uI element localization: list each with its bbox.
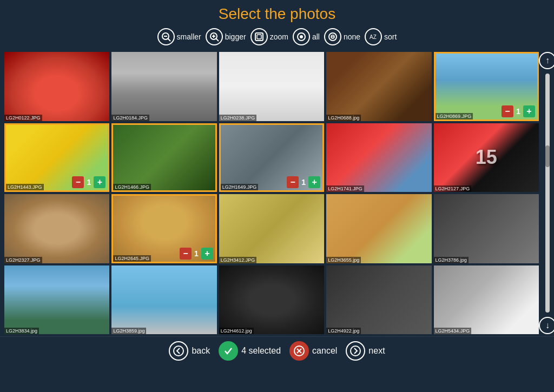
qty-num-LG2H0869: 1 xyxy=(515,107,522,116)
qty-controls-LG2H1443: − 1 + xyxy=(72,176,105,188)
photo-label: LG2H2327.JPG xyxy=(4,257,42,263)
svg-text:AZ: AZ xyxy=(370,34,377,40)
main-area: LG2H0122.JPG LG2H0184.JPG LG2H0238.JPG L… xyxy=(0,50,554,336)
photo-LG2H1443[interactable]: LG2H1443.JPG − 1 + xyxy=(4,123,109,192)
smaller-button[interactable]: smaller xyxy=(157,28,201,45)
svg-rect-7 xyxy=(255,33,263,41)
photo-label: LG2H3786.jpg xyxy=(434,257,469,263)
next-icon xyxy=(346,341,365,361)
scroll-down-icon: ↓ xyxy=(545,321,550,330)
scroll-up-icon: ↑ xyxy=(545,56,550,65)
zoom-label: zoom xyxy=(270,32,288,41)
bigger-button[interactable]: bigger xyxy=(206,28,246,45)
zoom-button[interactable]: zoom xyxy=(250,28,288,45)
photo-label: LG2H4922.jpg xyxy=(326,328,361,334)
next-label: next xyxy=(368,346,385,356)
scroll-up-button[interactable]: ↑ xyxy=(539,52,554,69)
photo-LG2H2645[interactable]: LG2H2645.JPG − 1 + xyxy=(111,194,216,263)
photo-label: LG2H3412.JPG xyxy=(219,257,257,263)
photo-LG2H4922[interactable]: LG2H4922.jpg xyxy=(326,265,431,335)
photo-LG2H1741[interactable]: LG2H1741.JPG xyxy=(326,123,431,192)
photo-label: LG2H0238.JPG xyxy=(219,115,257,121)
qty-plus-LG2H1443[interactable]: + xyxy=(94,176,105,188)
footer: back 4 selected cancel next xyxy=(0,336,554,364)
photo-LG2H0238[interactable]: LG2H0238.JPG xyxy=(219,52,324,121)
sort-label: sort xyxy=(384,32,397,41)
photo-label: LG2H3655.jpg xyxy=(326,257,361,263)
selected-label: 4 selected xyxy=(241,346,281,356)
qty-minus-LG2H1443[interactable]: − xyxy=(72,176,84,188)
sort-button[interactable]: AZ sort xyxy=(365,28,397,45)
cancel-button[interactable]: cancel xyxy=(289,341,337,361)
svg-point-19 xyxy=(351,346,360,356)
bigger-icon xyxy=(206,28,223,45)
smaller-icon xyxy=(157,28,175,45)
all-icon xyxy=(293,28,310,45)
photo-LG2H5434[interactable]: LG2H5434.JPG xyxy=(434,265,539,335)
back-button[interactable]: back xyxy=(169,341,210,361)
svg-line-1 xyxy=(168,38,170,41)
none-icon xyxy=(324,28,341,45)
none-button[interactable]: none xyxy=(324,28,360,45)
photo-LG2H0184[interactable]: LG2H0184.JPG xyxy=(111,52,216,121)
photo-label: LG2H0869.JPG xyxy=(436,113,473,119)
sort-icon: AZ xyxy=(365,28,382,45)
scroll-track[interactable] xyxy=(545,74,550,313)
photo-LG2H0869[interactable]: LG2H0869.JPG − 1 + xyxy=(434,52,539,121)
photo-label: LG2H0122.JPG xyxy=(4,115,42,121)
page-title: Select the photos xyxy=(0,5,554,23)
cancel-icon xyxy=(289,341,309,361)
photo-label: LG2H1649.JPG xyxy=(221,184,259,190)
photo-label: LG2H1741.JPG xyxy=(326,185,364,192)
qty-num-LG2H2645: 1 xyxy=(193,249,200,258)
photo-LG2H3859[interactable]: LG2H3859.jpg xyxy=(111,265,216,335)
qty-plus-LG2H1649[interactable]: + xyxy=(308,176,320,188)
photo-LG2H1466[interactable]: LG2H1466.JPG xyxy=(111,123,216,192)
zoom-icon xyxy=(250,28,268,45)
photo-label: LG2H1466.JPG xyxy=(113,184,151,190)
photo-LG2H0688[interactable]: LG2H0688.jpg xyxy=(326,52,431,121)
cancel-label: cancel xyxy=(312,346,337,356)
qty-minus-LG2H1649[interactable]: − xyxy=(287,176,299,188)
scroll-thumb[interactable] xyxy=(545,145,550,167)
photo-label: LG2H0688.jpg xyxy=(326,115,361,121)
page-header: Select the photos xyxy=(0,0,554,26)
qty-minus-LG2H2645[interactable]: − xyxy=(180,248,192,260)
qty-num-LG2H1649: 1 xyxy=(300,178,307,187)
bigger-label: bigger xyxy=(225,32,246,41)
check-icon xyxy=(219,341,238,361)
photo-LG2H3412[interactable]: LG2H3412.JPG xyxy=(219,194,324,263)
scrollbar: ↑ ↓ xyxy=(541,50,554,336)
photo-label: LG2H3834.jpg xyxy=(4,328,39,334)
photo-label: LG2H3859.jpg xyxy=(111,328,146,334)
back-icon xyxy=(169,341,188,361)
photo-label: LG2H0184.JPG xyxy=(111,115,149,121)
svg-rect-8 xyxy=(257,35,261,39)
photo-LG2H3655[interactable]: LG2H3655.jpg xyxy=(326,194,431,263)
photo-label: LG2H2127.JPG xyxy=(434,185,472,192)
photo-LG2H1649[interactable]: LG2H1649.JPG − 1 + xyxy=(219,123,324,192)
photo-LG2H4612[interactable]: LG2H4612.jpg xyxy=(219,265,324,335)
photo-LG2H3786[interactable]: LG2H3786.jpg xyxy=(434,194,539,263)
back-label: back xyxy=(192,346,210,356)
all-label: all xyxy=(312,32,320,41)
qty-plus-LG2H0869[interactable]: + xyxy=(523,105,535,117)
svg-point-15 xyxy=(174,346,183,356)
photo-label: LG2H5434.JPG xyxy=(434,328,472,334)
qty-minus-LG2H0869[interactable]: − xyxy=(502,105,513,117)
qty-controls-LG2H2645: − 1 + xyxy=(180,248,213,260)
next-button[interactable]: next xyxy=(346,341,385,361)
photo-grid: LG2H0122.JPG LG2H0184.JPG LG2H0238.JPG L… xyxy=(0,50,541,336)
photo-LG2H2327[interactable]: LG2H2327.JPG xyxy=(4,194,109,263)
qty-num-LG2H1443: 1 xyxy=(85,178,93,187)
photo-label: LG2H4612.jpg xyxy=(219,328,254,334)
photo-LG2H3834[interactable]: LG2H3834.jpg xyxy=(4,265,109,335)
scroll-down-button[interactable]: ↓ xyxy=(539,317,554,334)
qty-plus-LG2H2645[interactable]: + xyxy=(201,248,213,260)
photo-LG2H0122[interactable]: LG2H0122.JPG xyxy=(4,52,109,121)
photo-LG2H2127[interactable]: 15 LG2H2127.JPG xyxy=(434,123,539,192)
none-label: none xyxy=(344,32,360,41)
photo-label: LG2H2645.JPG xyxy=(113,255,151,262)
qty-controls-LG2H1649: − 1 + xyxy=(287,176,320,188)
all-button[interactable]: all xyxy=(293,28,320,45)
